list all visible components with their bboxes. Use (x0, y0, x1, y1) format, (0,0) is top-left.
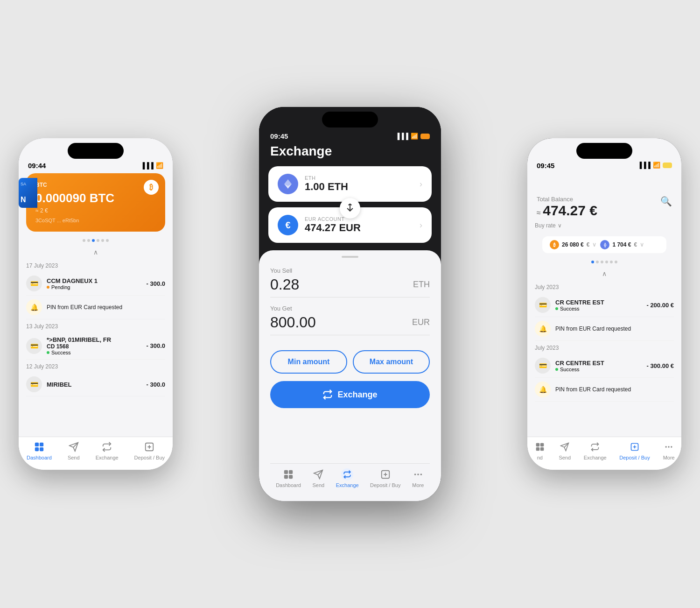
balance-row: Total Balance ≈ 474.27 € 🔍 (537, 196, 672, 219)
right-tx-item-1[interactable]: 💳 CR CENTRE EST Success - 200.00 € (535, 293, 674, 317)
right-card-dots (527, 257, 681, 267)
dynamic-island-right (576, 143, 632, 159)
dot-3-active (92, 239, 95, 242)
center-content: 09:45 ▐▐▐ 📶 Exchange (259, 107, 441, 501)
search-icon-right[interactable]: 🔍 (660, 196, 672, 207)
nav-label-deposit-center: Deposit / Buy (370, 482, 400, 488)
exchange-icon-right (589, 441, 601, 453)
eth-rate-currency: € (634, 241, 637, 248)
right-tx-pin-2: PIN from EUR Card requested (555, 386, 674, 393)
left-card-area: SA N ₿ BTC 0.000090 BTC ≈ 2 € 3CoSQT ...… (19, 173, 173, 235)
get-value[interactable]: 800.00 (270, 314, 316, 331)
eth-card[interactable]: ETH 1.00 ETH › (268, 166, 432, 202)
eth-rate-item: ⟠ 1 704 € € ∨ (600, 240, 644, 249)
get-label: You Get (270, 305, 430, 312)
right-tx-amount-2: - 300.00 € (646, 362, 674, 369)
tx-icon-1: 💳 (26, 276, 42, 291)
svg-rect-14 (289, 470, 293, 474)
nav-label-dashboard-left: Dashboard (27, 455, 52, 460)
min-amount-button[interactable]: Min amount (270, 350, 347, 374)
buy-rate-row: Buy rate ∨ (535, 222, 674, 233)
nav-label-exchange-center: Exchange (336, 482, 359, 488)
tx-status-label-1: Pending (51, 284, 70, 290)
btc-rate-item: ₿ 26 080 € € ∨ (550, 240, 596, 249)
eur-info: EUR ACCOUNT 474.27 EUR (305, 216, 361, 234)
nav-deposit-right[interactable]: Deposit / Buy (619, 441, 650, 460)
visa-label: SA (21, 182, 35, 186)
buy-rate-label: Buy rate ∨ (535, 222, 562, 229)
svg-rect-28 (540, 447, 544, 451)
right-tx-pin-1: PIN from EUR Card requested (555, 325, 674, 332)
right-tx-info-2: CR CENTRE EST Success (555, 360, 646, 372)
btc-card-fiat: ≈ 2 € (35, 207, 156, 214)
get-row: 800.00 EUR (270, 314, 430, 335)
nav-more-right[interactable]: More (663, 441, 675, 460)
right-tx-status-2: Success (555, 367, 646, 372)
right-tx-info-bell-2: PIN from EUR Card requested (555, 386, 674, 393)
left-content: 09:44 ▐▐▐ 📶 SA N (19, 138, 173, 470)
deposit-icon-center (379, 468, 392, 481)
dot-5 (101, 239, 104, 242)
btc-rate-value: 26 080 € (562, 241, 584, 248)
nav-label-exchange-right: Exchange (584, 455, 607, 460)
tx-icon-2: 💳 (26, 338, 42, 354)
battery-icon-center (420, 134, 430, 139)
eur-chevron: › (420, 220, 422, 230)
right-tx-bell-1: 🔔 (535, 321, 551, 337)
right-tx-date-2: July 2023 (535, 345, 674, 351)
nav-label-nd: nd (537, 455, 543, 460)
nav-more-center[interactable]: More (412, 468, 424, 488)
right-tx-bell-1: 🔔 PIN from EUR Card requested (535, 317, 674, 341)
nav-send-left[interactable]: Send (68, 441, 80, 460)
nav-send-center[interactable]: Send (312, 468, 324, 488)
tx-status-1: Pending (47, 284, 147, 290)
svg-point-36 (671, 446, 672, 447)
nav-exchange-right[interactable]: Exchange (584, 441, 607, 460)
cards-area: ETH 1.00 ETH › (259, 166, 441, 250)
deposit-icon-right (629, 441, 641, 453)
nav-deposit-center[interactable]: Deposit / Buy (370, 468, 400, 488)
right-tx-date-1: July 2023 (535, 284, 674, 290)
total-balance-label: Total Balance (537, 196, 597, 203)
exchange-button[interactable]: Exchange (270, 381, 430, 408)
blue-card: SA N (19, 178, 37, 208)
sell-value[interactable]: 0.28 (270, 276, 299, 293)
nav-dashboard-center[interactable]: Dashboard (276, 468, 301, 488)
spacer (270, 417, 430, 463)
right-tx-status-label-1: Success (560, 306, 580, 311)
right-tx-item-2[interactable]: 💳 CR CENTRE EST Success - 300.00 € (535, 354, 674, 378)
chevron-up-right: ∧ (602, 270, 607, 277)
sell-row: 0.28 ETH (270, 276, 430, 297)
center-status-icons: ▐▐▐ 📶 (395, 133, 430, 140)
more-icon-right (663, 441, 675, 453)
exchange-header: Exchange (259, 140, 441, 166)
nav-dashboard-left[interactable]: Dashboard (27, 441, 52, 460)
max-amount-button[interactable]: Max amount (353, 350, 430, 374)
tx-item-3[interactable]: 💳 MIRIBEL - 300.0 (26, 373, 165, 396)
btc-rate-currency: € (587, 241, 590, 248)
tx-amount-3: - 300.0 (147, 381, 165, 388)
tx-item-2[interactable]: 💳 *>BNP, 01MIRIBEL, FR CD 1568 Success -… (26, 332, 165, 360)
tx-item-1[interactable]: 💳 CCM DAGNEUX 1 Pending - 300.0 (26, 272, 165, 296)
dynamic-island-left (68, 143, 124, 159)
deposit-icon-left (143, 441, 155, 453)
nav-dashboard-right[interactable]: nd (534, 441, 546, 460)
nav-exchange-left[interactable]: Exchange (96, 441, 119, 460)
nav-exchange-center[interactable]: Exchange (336, 468, 359, 488)
swap-button[interactable] (340, 198, 360, 219)
right-dot-5 (610, 261, 613, 263)
right-tx-amount-1: - 200.00 € (646, 302, 674, 309)
eth-info: ETH 1.00 ETH (305, 175, 348, 193)
tx-amount-2: - 300.0 (147, 342, 165, 349)
nav-deposit-left[interactable]: Deposit / Buy (134, 441, 165, 460)
tx-item-bell-1: 🔔 PIN from EUR Card requested (26, 296, 165, 319)
right-header: Total Balance ≈ 474.27 € 🔍 (527, 172, 681, 222)
nav-send-right[interactable]: Send (559, 441, 571, 460)
svg-point-23 (417, 474, 419, 475)
signal-icon-center: ▐▐▐ (395, 133, 408, 140)
signal-icon: ▐▐▐ (140, 162, 154, 169)
dot-4 (97, 239, 99, 242)
svg-rect-27 (536, 447, 539, 451)
btc-card[interactable]: ₿ BTC 0.000090 BTC ≈ 2 € 3CoSQT ... eRt5… (26, 173, 165, 232)
btc-rate-icon: ₿ (550, 240, 559, 249)
